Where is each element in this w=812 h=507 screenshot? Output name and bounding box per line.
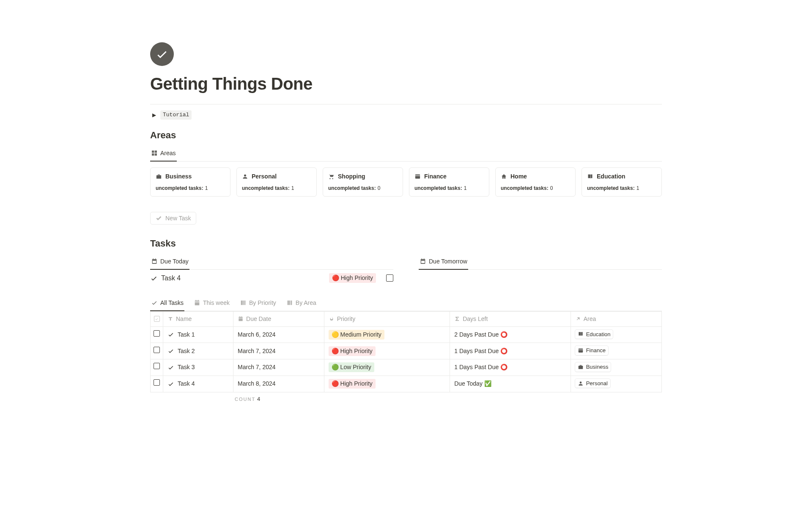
card-icon <box>578 348 584 354</box>
book-icon <box>578 331 584 337</box>
check-icon <box>151 299 158 306</box>
priority-pill: 🔴 High Priority <box>329 346 376 356</box>
area-card[interactable]: Shoppinguncompleted tasks:0 <box>323 167 403 197</box>
areas-heading: Areas <box>150 128 662 142</box>
area-card-title: Education <box>597 172 625 181</box>
header-checkbox[interactable] <box>151 311 163 326</box>
row-checkbox[interactable] <box>154 363 160 369</box>
tab-by-area[interactable]: By Area <box>285 296 317 311</box>
area-card-title: Finance <box>424 172 447 181</box>
header-area[interactable]: Area <box>571 311 661 326</box>
area-card-title: Personal <box>252 172 277 181</box>
check-icon <box>156 215 162 221</box>
tab-due-tomorrow[interactable]: Due Tomorrow <box>419 255 468 269</box>
tab-label: All Tasks <box>160 299 184 307</box>
row-checkbox[interactable] <box>154 379 160 386</box>
priority-pill: 🔴 High Priority <box>329 273 376 283</box>
tab-label: By Priority <box>249 299 276 307</box>
area-card[interactable]: Personaluncompleted tasks:1 <box>236 167 317 197</box>
area-card-sub-value: 0 <box>550 184 553 192</box>
text-icon <box>167 316 173 322</box>
cart-icon <box>328 173 335 180</box>
task-due: March 6, 2024 <box>233 326 324 343</box>
header-priority[interactable]: Priority <box>324 311 450 326</box>
tab-all-tasks[interactable]: All Tasks <box>150 296 184 311</box>
complete-checkbox[interactable] <box>386 274 393 282</box>
task-name: Task 1 <box>178 330 195 339</box>
briefcase-icon <box>578 364 584 370</box>
tasks-heading: Tasks <box>150 236 662 250</box>
area-chip[interactable]: Business <box>575 362 611 372</box>
area-card[interactable]: Financeuncompleted tasks:1 <box>409 167 489 197</box>
tutorial-toggle[interactable]: ▶ Tutorial <box>150 110 662 121</box>
table-row[interactable]: Task 3March 7, 2024🟢 Low Priority1 Days … <box>151 359 662 376</box>
area-chip[interactable]: Education <box>575 330 613 339</box>
task-name: Task 4 <box>178 379 195 388</box>
tab-areas-label: Areas <box>160 149 176 158</box>
header-name[interactable]: Name <box>163 311 233 326</box>
tab-by-priority[interactable]: By Priority <box>239 296 277 311</box>
area-card[interactable]: Businessuncompleted tasks:1 <box>150 167 230 197</box>
header-due-date[interactable]: Due Date <box>233 311 324 326</box>
area-chip[interactable]: Finance <box>575 346 608 355</box>
due-today-task-row[interactable]: Task 4 🔴 High Priority <box>150 270 393 287</box>
table-count: COUNT4 <box>150 392 662 403</box>
check-icon <box>167 364 174 371</box>
home-icon <box>501 173 507 180</box>
new-task-label: New Task <box>165 215 191 222</box>
row-checkbox[interactable] <box>154 330 160 337</box>
row-checkbox[interactable] <box>154 347 160 353</box>
table-row[interactable]: Task 4March 8, 2024🔴 High PriorityDue To… <box>151 375 662 392</box>
task-days-left: Due Today ✅ <box>450 375 571 392</box>
tab-label: By Area <box>296 299 316 307</box>
cal-icon <box>194 299 200 306</box>
area-chip[interactable]: Personal <box>575 379 610 388</box>
due-today-task-name: Task 4 <box>161 273 181 283</box>
area-card-sub-label: uncompleted tasks: <box>414 184 462 192</box>
table-row[interactable]: Task 2March 7, 2024🔴 High Priority1 Days… <box>151 343 662 359</box>
person-icon <box>578 381 584 386</box>
task-due: March 8, 2024 <box>233 375 324 392</box>
task-days-left: 2 Days Past Due ⭕ <box>450 326 571 343</box>
area-card-title: Home <box>510 172 527 181</box>
area-card[interactable]: Homeuncompleted tasks:0 <box>495 167 576 197</box>
tasks-table: Name Due Date Priority Days Left Area Ta… <box>150 311 662 392</box>
area-card-sub-value: 0 <box>378 184 381 192</box>
area-card-sub-value: 1 <box>636 184 639 192</box>
table-row[interactable]: Task 1March 6, 2024🟡 Medium Priority2 Da… <box>151 326 662 343</box>
check-icon <box>167 331 174 338</box>
person-icon <box>242 173 248 180</box>
areas-grid: Businessuncompleted tasks:1Personaluncom… <box>150 167 662 197</box>
tab-this-week[interactable]: This week <box>193 296 230 311</box>
toggle-caret-icon: ▶ <box>150 111 158 119</box>
page-icon <box>150 42 174 66</box>
tutorial-label: Tutorial <box>160 110 192 120</box>
briefcase-icon <box>156 173 162 180</box>
divider <box>150 104 662 104</box>
task-name: Task 3 <box>178 363 195 372</box>
area-card[interactable]: Educationuncompleted tasks:1 <box>582 167 662 197</box>
header-days-left[interactable]: Days Left <box>450 311 571 326</box>
task-name: Task 2 <box>178 347 195 356</box>
check-icon <box>167 381 174 387</box>
board-icon <box>240 299 247 306</box>
tab-due-tomorrow-label: Due Tomorrow <box>429 257 467 266</box>
area-card-title: Shopping <box>338 172 365 181</box>
task-days-left: 1 Days Past Due ⭕ <box>450 359 571 376</box>
area-card-sub-value: 1 <box>205 184 208 192</box>
check-icon <box>167 348 174 354</box>
area-card-sub-label: uncompleted tasks: <box>587 184 635 192</box>
tab-areas[interactable]: Areas <box>150 146 177 161</box>
tab-due-today[interactable]: Due Today <box>150 255 189 269</box>
area-card-title: Business <box>165 172 192 181</box>
sigma-icon <box>454 316 460 322</box>
task-due: March 7, 2024 <box>233 343 324 359</box>
new-task-button[interactable]: New Task <box>150 212 196 225</box>
card-icon <box>414 173 421 180</box>
gallery-icon <box>151 150 158 156</box>
tasks-tabs: All TasksThis weekBy PriorityBy Area <box>150 296 662 311</box>
page-title: Getting Things Done <box>150 71 662 96</box>
priority-pill: 🟢 Low Priority <box>329 362 374 372</box>
book-icon <box>587 173 593 180</box>
area-card-sub-label: uncompleted tasks: <box>156 184 203 192</box>
